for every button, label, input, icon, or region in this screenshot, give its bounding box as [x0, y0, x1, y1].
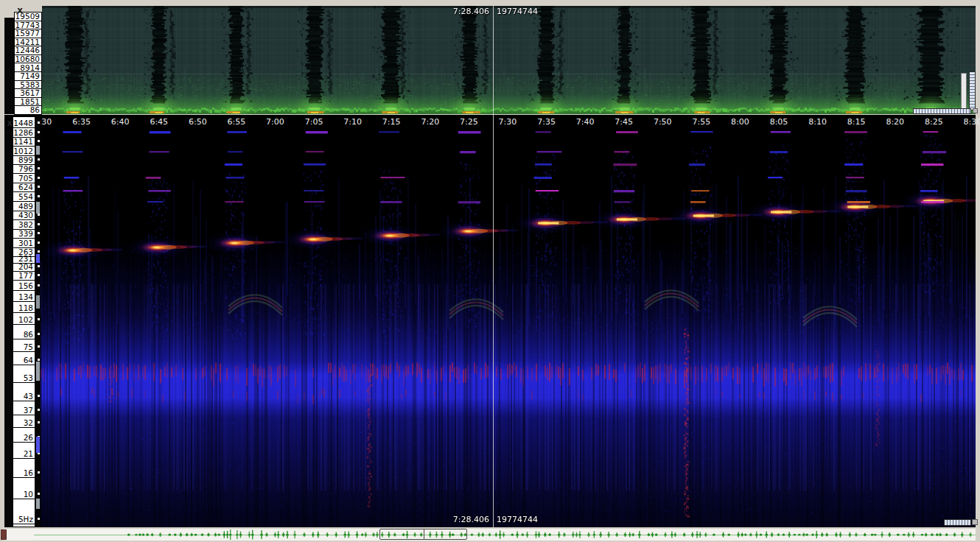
scale-tick — [38, 177, 40, 179]
main-freq-label: 624 — [13, 183, 35, 192]
main-freq-label: 5Hz — [13, 515, 35, 524]
scale-tick — [38, 122, 40, 124]
main-pane-horizontal-zoom-thumbwheel[interactable] — [944, 519, 971, 526]
time-label: 7:40 — [576, 117, 595, 127]
scale-tick — [38, 140, 40, 142]
main-freq-label: 177 — [13, 271, 35, 281]
scale-tick — [38, 284, 40, 286]
close-main-pane-button[interactable]: x — [4, 118, 15, 128]
frequency-scale-indicator-strip — [35, 116, 41, 527]
top-pane-horizontal-zoom-thumbwheel[interactable] — [913, 108, 971, 114]
scale-tick — [38, 493, 40, 495]
time-ruler[interactable]: 6:306:356:406:456:506:557:007:057:107:15… — [4, 115, 976, 130]
top-frequency-scale[interactable]: 1950917743159771421112446106808914714953… — [14, 12, 42, 115]
top-pane-left-gutter — [4, 18, 14, 115]
scale-tick — [38, 318, 40, 320]
top-pane-zoom-reset-button[interactable] — [973, 108, 978, 113]
top-freq-label: 5383 — [15, 81, 41, 90]
main-freq-label: 75 — [13, 342, 35, 352]
time-label: 7:20 — [421, 117, 439, 127]
top-freq-label: 3617 — [15, 89, 41, 98]
scale-tick — [38, 250, 40, 253]
top-freq-label: 7149 — [15, 72, 41, 81]
level-indicator-block — [36, 295, 40, 309]
panner-left-marker — [1, 529, 7, 540]
time-label: 7:55 — [693, 117, 711, 127]
main-freq-label: 37 — [13, 406, 35, 415]
cursor-frame-top: 19774744 — [497, 7, 538, 16]
top-freq-label: 14211 — [15, 38, 41, 47]
top-pane-vertical-scrollbar[interactable] — [961, 73, 967, 110]
time-label: 8:10 — [808, 117, 827, 127]
level-indicator-block — [36, 499, 40, 509]
time-label: 7:35 — [537, 117, 556, 127]
scale-tick — [38, 223, 40, 225]
scale-tick — [38, 195, 40, 197]
time-label: 7:00 — [266, 117, 284, 127]
time-label: 7:15 — [382, 117, 401, 127]
scale-tick — [38, 345, 40, 348]
level-indicator-block — [36, 146, 40, 155]
top-freq-label: 8914 — [15, 63, 41, 72]
panner-waveform — [4, 529, 976, 541]
cursor-frame-main: 19774744 — [497, 515, 538, 524]
main-freq-label: 10 — [13, 490, 35, 499]
scale-tick — [38, 421, 40, 423]
main-freq-label: 899 — [13, 155, 35, 165]
main-freq-label: 43 — [13, 392, 35, 401]
time-label: 7:50 — [654, 117, 672, 127]
sonic-visualiser-window: x 19509177431597714211124461068089147149… — [0, 0, 980, 542]
main-freq-label: 489 — [13, 202, 35, 211]
main-freq-label: 156 — [13, 281, 35, 291]
main-freq-label: 1448 — [13, 119, 35, 128]
main-freq-label: 102 — [13, 315, 35, 325]
scale-tick — [38, 359, 40, 361]
main-pane-left-gutter — [4, 130, 13, 527]
scale-tick — [38, 232, 40, 234]
main-freq-label: 53 — [13, 373, 35, 383]
pane-separator — [0, 114, 980, 115]
main-freq-label: 705 — [13, 174, 35, 183]
top-freq-label: 15977 — [15, 29, 41, 38]
main-freq-label: 21 — [13, 449, 35, 459]
main-freq-label: 1012 — [13, 147, 35, 156]
top-pane-vertical-zoom-thumbwheel[interactable] — [969, 71, 976, 110]
playback-cursor-line — [493, 6, 494, 527]
time-label: 7:30 — [499, 117, 517, 127]
level-indicator-block — [36, 202, 40, 214]
scale-tick — [38, 333, 40, 335]
main-spectrogram[interactable] — [41, 130, 976, 527]
main-freq-label: 796 — [13, 164, 35, 174]
time-label: 7:10 — [343, 117, 362, 127]
level-indicator-block — [36, 362, 40, 381]
overview-spectrogram[interactable] — [42, 6, 976, 115]
overview-panner[interactable] — [4, 529, 976, 541]
top-freq-label: 17743 — [15, 21, 41, 30]
main-freq-label: 339 — [13, 229, 35, 239]
time-label: 7:05 — [305, 117, 323, 127]
scale-tick — [38, 167, 40, 169]
close-top-pane-button[interactable]: x — [15, 5, 25, 15]
main-frequency-scale[interactable]: 1448128611411012899796705624554489430382… — [13, 116, 35, 527]
main-freq-label: 1286 — [13, 128, 35, 138]
time-label: 8:20 — [886, 117, 904, 127]
time-label: 8:05 — [770, 117, 788, 127]
level-indicator-block — [36, 437, 40, 453]
main-pane-zoom-reset-button[interactable] — [972, 519, 978, 525]
level-indicator-block — [36, 254, 40, 263]
top-freq-label: 10680 — [15, 55, 41, 64]
scale-tick — [38, 131, 40, 133]
main-freq-label: 134 — [13, 292, 35, 302]
time-label: 7:25 — [460, 117, 478, 127]
main-freq-label: 301 — [13, 239, 35, 248]
main-freq-label: 16 — [13, 468, 35, 478]
main-freq-label: 32 — [13, 418, 35, 428]
top-freq-label: 1851 — [15, 98, 41, 107]
time-label: 6:35 — [72, 117, 91, 127]
scale-tick — [38, 242, 40, 244]
scale-tick — [38, 274, 40, 276]
time-label: 6:50 — [189, 117, 207, 127]
scale-tick — [38, 214, 40, 216]
time-label: 6:40 — [111, 117, 130, 127]
top-freq-label: 12446 — [15, 46, 41, 55]
